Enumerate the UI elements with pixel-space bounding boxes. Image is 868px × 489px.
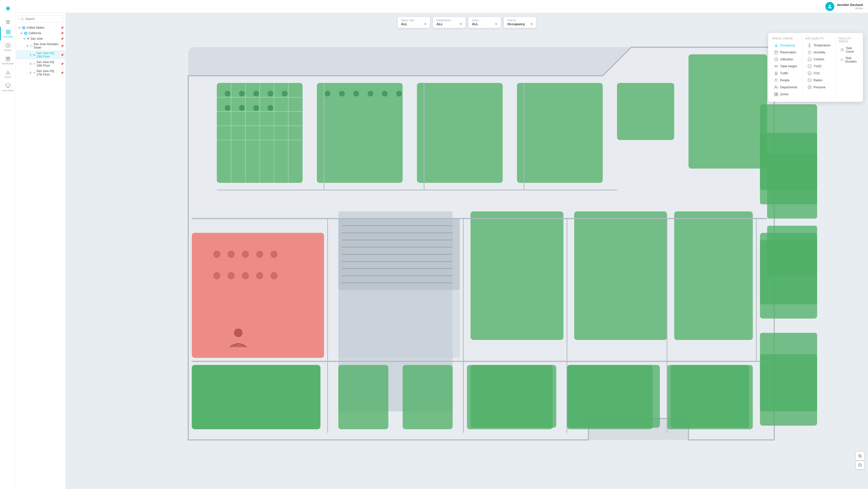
search-box[interactable] xyxy=(19,15,63,23)
view-option-people[interactable]: People xyxy=(772,77,799,84)
departments-arrow: ▼ xyxy=(460,23,462,26)
replay-label: Replay xyxy=(4,49,11,52)
tree-item-sanjose[interactable]: San Jose 📌 xyxy=(16,36,66,41)
space-usage-title: Space Usage xyxy=(772,37,799,40)
avatar xyxy=(825,2,834,11)
svg-point-14 xyxy=(829,4,831,6)
view-option-pressure[interactable]: Pressure xyxy=(806,84,832,91)
view-option-temperature[interactable]: Temperature xyxy=(806,42,832,49)
co2-icon: CO₂ xyxy=(808,71,812,75)
tree-item-16th[interactable]: San Jose HQ 16th Floor 📌 xyxy=(16,59,66,68)
tree-item-us[interactable]: 🌐 United States 📌 xyxy=(16,25,66,30)
departments-value: ALL ▼ xyxy=(436,22,462,26)
svg-point-83 xyxy=(227,251,235,258)
view-option-task-duration[interactable]: Task Duration xyxy=(839,55,860,65)
svg-rect-26 xyxy=(317,83,403,183)
view-option-traffic[interactable]: Traffic xyxy=(772,70,799,77)
view-option-zones[interactable]: Zones xyxy=(772,91,799,98)
view-option-task-count[interactable]: Task Count xyxy=(839,45,860,55)
view-option-occupancy[interactable]: Occupancy xyxy=(772,42,799,49)
svg-rect-128 xyxy=(776,93,778,94)
radon-icon xyxy=(808,78,812,82)
building-icon xyxy=(30,45,32,47)
svg-rect-42 xyxy=(470,211,563,340)
view-option-reservation[interactable]: Reservation xyxy=(772,49,799,56)
svg-rect-129 xyxy=(774,95,776,96)
left-panel: 🌐 United States 📌 🌐 California 📌 San Jos… xyxy=(16,13,66,489)
location-tree: 🌐 United States 📌 🌐 California 📌 San Jos… xyxy=(16,25,66,489)
chevron-down-icon-sj xyxy=(23,37,26,40)
departments-icon xyxy=(774,85,778,89)
svg-rect-107 xyxy=(671,365,749,428)
menu-icon xyxy=(5,20,10,25)
svg-rect-127 xyxy=(774,93,776,94)
svg-point-70 xyxy=(268,91,273,97)
zoom-out-button[interactable] xyxy=(856,461,864,469)
tree-label-ca: California xyxy=(28,31,61,35)
svg-rect-11 xyxy=(6,58,8,61)
tree-label-17: San Jose HQ 17th Floor xyxy=(36,69,61,76)
tvoc-icon xyxy=(808,64,812,68)
kiosk-icon xyxy=(5,83,10,88)
zones-filter[interactable]: Zones ALL ▼ xyxy=(468,17,501,28)
view-option-comfort[interactable]: Comfort xyxy=(806,56,832,63)
sidebar-item-kiosk[interactable]: Kiosk Mode xyxy=(0,81,16,94)
svg-rect-109 xyxy=(760,240,817,304)
sidebar-item-replay[interactable]: Replay xyxy=(0,40,16,54)
view-option-tvoc[interactable]: TVOC xyxy=(806,63,832,70)
zoom-in-icon xyxy=(858,454,862,458)
pin-icon-17: 📌 xyxy=(61,72,64,74)
tree-item-15th[interactable]: San Jose HQ 15th Floor 📌 xyxy=(16,51,66,59)
svg-rect-29 xyxy=(617,83,674,140)
view-option-utilization[interactable]: Utilization xyxy=(772,56,799,63)
tree-item-almaden[interactable]: San Jose Almaden Tower 📌 xyxy=(16,41,66,51)
search-input[interactable] xyxy=(25,17,61,21)
svg-rect-7 xyxy=(9,32,10,34)
zoom-in-button[interactable] xyxy=(856,452,864,460)
sidebar-item-live-data[interactable]: Live Data xyxy=(0,27,16,40)
tree-item-california[interactable]: 🌐 California 📌 xyxy=(16,30,66,36)
svg-point-86 xyxy=(271,251,278,258)
map-area: Space Type ALL ▼ Departments ALL ▼ Zones xyxy=(66,13,868,489)
sidebar-item-dashboards[interactable]: Dashboards xyxy=(0,54,16,67)
svg-line-16 xyxy=(23,20,24,20)
traffic-icon xyxy=(774,71,778,75)
filter-bar: Space Type ALL ▼ Departments ALL ▼ Zones xyxy=(398,17,536,28)
tree-item-17th[interactable]: San Jose HQ 17th Floor 📌 xyxy=(16,68,66,77)
svg-rect-30 xyxy=(688,54,767,169)
svg-line-146 xyxy=(861,457,862,458)
zoom-out-icon xyxy=(858,463,862,467)
replay-icon xyxy=(5,43,10,48)
reservation-icon xyxy=(774,51,778,54)
departments-filter[interactable]: Departments ALL ▼ xyxy=(433,17,465,28)
floor-plan xyxy=(66,30,868,489)
svg-rect-105 xyxy=(470,365,556,428)
space-type-filter[interactable]: Space Type ALL ▼ xyxy=(398,17,430,28)
svg-text:CO₂: CO₂ xyxy=(809,73,811,74)
air-quality-title: Air Quality xyxy=(806,37,832,40)
view-option-departments[interactable]: Departments xyxy=(772,84,799,91)
pin-icon-15: 📌 xyxy=(61,54,64,56)
view-option-radon[interactable]: Radon xyxy=(806,77,832,84)
svg-rect-18 xyxy=(30,45,32,47)
svg-point-68 xyxy=(239,91,245,97)
space-type-label: Space Type xyxy=(401,19,427,22)
utilization-icon xyxy=(774,57,778,61)
svg-rect-4 xyxy=(6,30,8,32)
zones-arrow: ▼ xyxy=(495,23,497,26)
view-option-table-height[interactable]: Table Height xyxy=(772,63,799,70)
hamburger-menu[interactable] xyxy=(0,17,16,27)
svg-rect-108 xyxy=(760,133,817,204)
sidebar-item-export[interactable]: Export xyxy=(0,67,16,81)
kiosk-label: Kiosk Mode xyxy=(2,89,14,92)
view-option-co2[interactable]: CO₂ CO2 xyxy=(806,70,832,77)
main-content: Jennifer Dechant Adobe 🌐 United States � xyxy=(16,0,868,489)
pressure-icon xyxy=(808,85,812,89)
view-by-filter[interactable]: View by Occupancy ▼ xyxy=(504,17,536,28)
view-by-arrow: ▼ xyxy=(530,23,533,26)
view-option-humidity[interactable]: Humidity xyxy=(806,49,832,56)
space-type-arrow: ▼ xyxy=(424,23,427,26)
svg-rect-43 xyxy=(574,211,667,340)
export-label: Export xyxy=(4,76,11,78)
view-by-label: View by xyxy=(507,19,533,22)
